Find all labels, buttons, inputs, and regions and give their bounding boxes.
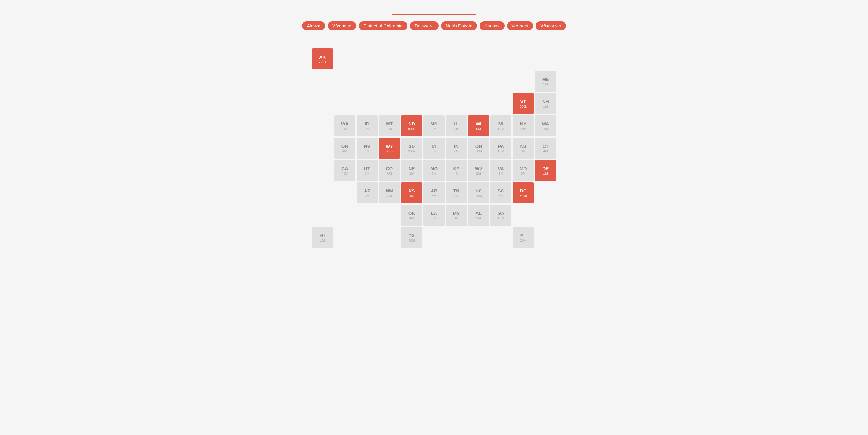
state-pop-nh: 1M (543, 105, 548, 108)
state-pop-wa: 8M (342, 127, 347, 130)
state-cell-mn: MN6M (424, 115, 444, 136)
state-pop-ar: 3M (432, 194, 436, 198)
state-pop-mo: 6M (432, 172, 436, 175)
state-cell-fl: FL20M (513, 227, 534, 248)
state-tag-alaska: Alaska (302, 22, 325, 30)
state-pop-wv: 2M (476, 172, 481, 175)
state-tag-wisconsin: Wisconsin (535, 22, 566, 30)
empty-cell (356, 48, 378, 69)
empty-cell (446, 227, 467, 248)
empty-cell (334, 48, 355, 69)
state-cell-mo: MO6M (424, 160, 444, 181)
map-container: AK700kME1MVT600kNH1MWA8MID2MMT1MND800kMN… (304, 48, 564, 248)
state-abbr-in: IN (454, 144, 459, 149)
state-abbr-mo: MO (430, 166, 438, 171)
state-cell-dc: DC700k (513, 182, 534, 203)
us-map-grid: AK700kME1MVT600kNH1MWA8MID2MMT1MND800kMN… (312, 48, 556, 248)
empty-cell (535, 48, 556, 69)
state-cell-wa: WA8M (334, 115, 355, 136)
state-tag-wyoming: Wyoming (328, 22, 356, 30)
state-abbr-nj: NJ (520, 144, 526, 149)
state-abbr-pa: PA (498, 144, 504, 149)
state-abbr-nh: NH (542, 99, 549, 104)
state-abbr-sc: SC (498, 188, 504, 193)
state-cell-me: ME1M (535, 70, 556, 92)
state-cell-ny: NY20M (513, 115, 534, 136)
state-abbr-ks: KS (409, 188, 415, 193)
state-abbr-la: LA (431, 210, 437, 216)
state-abbr-ct: CT (542, 144, 549, 149)
state-pop-nd: 800k (408, 127, 415, 130)
state-cell-ma: MA7M (535, 115, 556, 136)
state-abbr-mi: MI (498, 121, 504, 126)
state-abbr-tx: TX (409, 233, 414, 238)
empty-cell (401, 70, 422, 92)
state-abbr-de: DE (542, 166, 549, 171)
empty-cell (468, 48, 489, 69)
empty-cell (379, 93, 400, 114)
state-abbr-ut: UT (364, 166, 370, 171)
state-cell-hi: HI1M (312, 227, 333, 248)
state-cell-sd: SD900k (401, 138, 422, 159)
empty-cell (312, 138, 333, 159)
empty-cell (379, 48, 400, 69)
state-pop-mt: 1M (387, 127, 392, 130)
state-cell-co: CO6M (379, 160, 400, 181)
state-cell-mt: MT1M (379, 115, 400, 136)
state-cell-ne: NE2M (401, 160, 422, 181)
empty-cell (468, 70, 489, 92)
state-pop-ct: 4M (543, 149, 548, 153)
state-pop-oh: 10M (475, 149, 482, 153)
state-cell-az: AZ7M (356, 182, 378, 203)
empty-cell (513, 70, 534, 92)
empty-cell (535, 227, 556, 248)
state-cell-ok: OK4M (401, 205, 422, 226)
state-cell-ga: GA10M (490, 205, 512, 226)
state-abbr-ma: MA (542, 121, 549, 126)
state-abbr-wv: WV (475, 166, 482, 171)
state-cell-nd: ND800k (401, 115, 422, 136)
state-pop-va: 9M (498, 172, 503, 175)
page-header: AlaskaWyomingDistrict of ColumbiaDelawar… (0, 0, 868, 42)
empty-cell (513, 205, 534, 226)
state-pop-sd: 900k (408, 149, 415, 153)
state-pop-co: 6M (387, 172, 392, 175)
state-pop-md: 6M (521, 172, 525, 175)
state-cell-or: OR4M (334, 138, 355, 159)
empty-cell (401, 48, 422, 69)
state-cell-sc: SC5M (490, 182, 512, 203)
state-abbr-az: AZ (364, 188, 370, 193)
state-pop-wy: 600k (386, 149, 393, 153)
state-cell-ia: IA3M (424, 138, 444, 159)
state-abbr-dc: DC (520, 188, 527, 193)
empty-cell (379, 70, 400, 92)
state-pop-ia: 3M (432, 149, 436, 153)
state-pop-dc: 700k (520, 194, 527, 198)
state-abbr-va: VA (498, 166, 504, 171)
state-cell-nv: NV3M (356, 138, 378, 159)
state-cell-tn: TN7M (446, 182, 467, 203)
empty-cell (424, 48, 444, 69)
state-pop-sc: 5M (498, 194, 503, 198)
empty-cell (312, 182, 333, 203)
state-pop-mi: 10M (498, 127, 504, 130)
state-pop-pa: 10M (498, 149, 504, 153)
state-pop-tn: 7M (454, 194, 458, 198)
state-abbr-nv: NV (364, 144, 370, 149)
state-pop-nc: 10M (475, 194, 482, 198)
state-abbr-id: ID (365, 121, 370, 126)
state-abbr-ar: AR (431, 188, 437, 193)
empty-cell (312, 205, 333, 226)
state-cell-il: IL10M (446, 115, 467, 136)
state-pop-ok: 4M (409, 216, 414, 220)
state-abbr-il: IL (454, 121, 458, 126)
state-pop-id: 2M (365, 127, 369, 130)
state-abbr-hi: HI (320, 233, 325, 238)
empty-cell (535, 205, 556, 226)
empty-cell (446, 93, 467, 114)
state-tag-vermont: Vermont (507, 22, 533, 30)
state-pop-az: 7M (365, 194, 369, 198)
state-abbr-ak: AK (319, 54, 326, 59)
state-abbr-nd: ND (408, 121, 415, 126)
state-cell-nc: NC10M (468, 182, 489, 203)
